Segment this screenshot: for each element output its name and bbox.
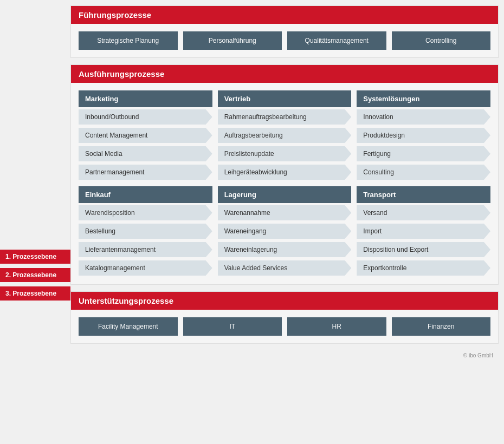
arrow-item-1-3[interactable]: Leihgeräteabwicklung xyxy=(218,165,352,180)
arrow-item-4-3[interactable]: Value Added Services xyxy=(218,260,352,276)
process-column-1: VertriebRahmenauftragsbearbeitungAuftrag… xyxy=(218,90,352,181)
fuhrungsprozesse-body: Strategische Planung Personalführung Qua… xyxy=(71,24,498,57)
arrow-item-0-2[interactable]: Social Media xyxy=(79,146,212,161)
fuhrung-box-0[interactable]: Strategische Planung xyxy=(79,31,178,50)
sidebar-item-prozessebene-2[interactable]: 2. Prozessebene xyxy=(0,268,70,282)
arrow-item-2-0[interactable]: Innovation xyxy=(357,109,490,125)
arrow-item-0-1[interactable]: Content Management xyxy=(79,128,212,143)
column-header-5: Transport xyxy=(357,186,490,203)
unterstutzung-box-0[interactable]: Facility Management xyxy=(79,317,178,336)
arrow-item-5-3[interactable]: Exportkontrolle xyxy=(357,260,490,276)
unterstutzungsprozesse-body: Facility Management IT HR Finanzen xyxy=(71,310,498,343)
unterstutzung-box-2[interactable]: HR xyxy=(287,317,386,336)
column-header-4: Lagerung xyxy=(218,186,352,203)
arrow-item-5-2[interactable]: Disposition und Export xyxy=(357,242,490,257)
unterstutzung-box-3[interactable]: Finanzen xyxy=(392,317,491,336)
arrow-item-4-1[interactable]: Wareneingang xyxy=(218,224,352,239)
arrow-item-1-1[interactable]: Auftragsbearbeitung xyxy=(218,128,352,143)
sidebar: 1. Prozessebene 2. Prozessebene 3. Proze… xyxy=(0,0,70,366)
column-header-2: Systemlösungen xyxy=(357,90,490,107)
fuhrungsprozesse-boxes: Strategische Planung Personalführung Qua… xyxy=(79,31,490,50)
ausfuhrungsprozesse-header: Ausführungsprozesse xyxy=(71,65,498,83)
ausfuhrungsprozesse-section: Ausführungsprozesse MarketingInbound/Out… xyxy=(70,64,499,285)
arrow-item-0-3[interactable]: Partnermanagement xyxy=(79,165,212,180)
process-column-2: SystemlösungenInnovationProduktdesignFer… xyxy=(357,90,490,181)
unterstutzungsprozesse-boxes: Facility Management IT HR Finanzen xyxy=(79,317,490,336)
fuhrung-box-3[interactable]: Controlling xyxy=(392,31,491,50)
column-header-0: Marketing xyxy=(79,90,212,107)
arrow-item-4-0[interactable]: Warenannahme xyxy=(218,205,352,220)
arrow-item-5-0[interactable]: Versand xyxy=(357,205,490,220)
arrow-item-4-2[interactable]: Wareneinlagerung xyxy=(218,242,352,257)
arrow-item-3-1[interactable]: Bestellung xyxy=(79,224,212,239)
fuhrung-box-2[interactable]: Qualitätsmanagement xyxy=(287,31,386,50)
ausfuhrungsprozesse-body: MarketingInbound/OutboundContent Managem… xyxy=(71,83,498,284)
arrow-item-3-3[interactable]: Katalogmanagement xyxy=(79,260,212,276)
arrow-item-1-2[interactable]: Preislistenupdate xyxy=(218,146,352,161)
arrow-item-0-0[interactable]: Inbound/Outbound xyxy=(79,109,212,125)
sidebar-item-prozessebene-3[interactable]: 3. Prozessebene xyxy=(0,286,70,301)
process-column-3: EinkaufWarendispositionBestellungLiefera… xyxy=(79,186,212,277)
arrow-item-2-2[interactable]: Fertigung xyxy=(357,146,490,161)
arrow-item-5-1[interactable]: Import xyxy=(357,224,490,239)
unterstutzungsprozesse-header: Unterstützungsprozesse xyxy=(71,292,498,310)
unterstutzungsprozesse-section: Unterstützungsprozesse Facility Manageme… xyxy=(70,291,499,344)
sidebar-item-prozessebene-1[interactable]: 1. Prozessebene xyxy=(0,250,70,264)
arrow-item-1-0[interactable]: Rahmenauftragsbearbeitung xyxy=(218,109,352,125)
copyright: © ibo GmbH xyxy=(70,350,499,361)
arrow-item-3-0[interactable]: Warendisposition xyxy=(79,205,212,220)
content-area: Führungsprozesse Strategische Planung Pe… xyxy=(70,0,504,366)
process-column-4: LagerungWarenannahmeWareneingangWarenein… xyxy=(218,186,352,277)
fuhrungsprozesse-section: Führungsprozesse Strategische Planung Pe… xyxy=(70,5,499,58)
column-header-3: Einkauf xyxy=(79,186,212,203)
process-column-0: MarketingInbound/OutboundContent Managem… xyxy=(79,90,212,181)
fuhrung-box-1[interactable]: Personalführung xyxy=(183,31,282,50)
column-header-1: Vertrieb xyxy=(218,90,352,107)
main-wrapper: 1. Prozessebene 2. Prozessebene 3. Proze… xyxy=(0,0,504,366)
unterstutzung-box-1[interactable]: IT xyxy=(183,317,282,336)
arrow-item-2-3[interactable]: Consulting xyxy=(357,165,490,180)
arrow-item-3-2[interactable]: Lieferantenmanagement xyxy=(79,242,212,257)
arrow-item-2-1[interactable]: Produktdesign xyxy=(357,128,490,143)
process-column-5: TransportVersandImportDisposition und Ex… xyxy=(357,186,490,277)
process-grid: MarketingInbound/OutboundContent Managem… xyxy=(79,90,490,277)
fuhrungsprozesse-header: Führungsprozesse xyxy=(71,6,498,24)
